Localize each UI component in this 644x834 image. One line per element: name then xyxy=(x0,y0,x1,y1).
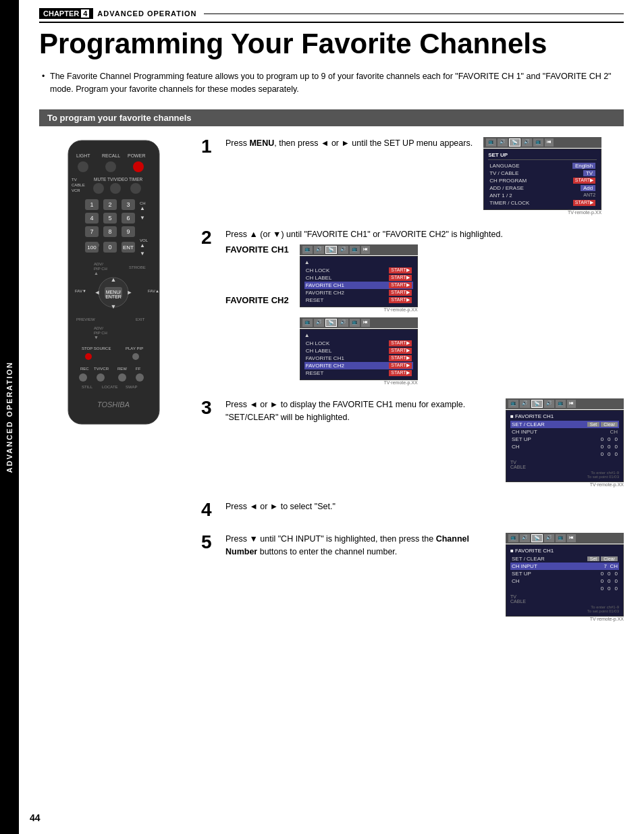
svg-text:FAV▼: FAV▼ xyxy=(75,289,86,293)
step-2-screens: 📺 🔊 📡 🔊 📺 ⏮ ▲ xyxy=(300,244,418,385)
svg-text:SWAP: SWAP xyxy=(126,385,137,389)
step-3-screen: 📺 🔊 📡 🔊 📺 ⏮ ■ FAVORITE CH1 SET / C xyxy=(506,398,624,487)
svg-text:◄: ◄ xyxy=(94,289,100,296)
svg-point-77 xyxy=(136,373,144,382)
svg-text:REW: REW xyxy=(117,367,127,371)
svg-text:POWER: POWER xyxy=(128,153,145,158)
step-1-row: Press MENU, then press ◄ or ► until the … xyxy=(225,137,624,215)
svg-text:3: 3 xyxy=(126,201,130,208)
svg-text:▼: ▼ xyxy=(94,335,99,340)
svg-text:TV/VIDEO: TV/VIDEO xyxy=(107,177,128,182)
step-4-number: 4 xyxy=(201,500,217,519)
svg-text:5: 5 xyxy=(108,215,111,221)
step-2-content: Press ▲ (or ▼) until "FAVORITE CH1" or "… xyxy=(225,228,624,386)
step-2-number: 2 xyxy=(201,228,217,247)
svg-text:2: 2 xyxy=(108,201,111,208)
step-5-screen: 📺 🔊 📡 🔊 📺 ⏮ ■ FAVORITE CH1 SET / C xyxy=(506,533,624,621)
remote-control: LIGHT RECALL POWER TV CABLE VCR MUTE TV/… xyxy=(48,137,180,429)
step-2: 2 Press ▲ (or ▼) until "FAVORITE CH1" or… xyxy=(201,228,624,386)
step-5: 5 Press ▼ until "CH INPUT" is highlighte… xyxy=(201,533,624,621)
step-5-content: Press ▼ until "CH INPUT" is highlighted,… xyxy=(225,533,624,621)
step-4-text: Press ◄ or ► to select "Set." xyxy=(225,500,624,513)
step-4-content: Press ◄ or ► to select "Set." xyxy=(225,500,624,517)
sidebar: ADVANCED OPERATION xyxy=(0,0,19,834)
step-2-labels: FAVORITE CH1 FAVORITE CH2 xyxy=(225,244,289,346)
svg-text:▲: ▲ xyxy=(110,276,116,283)
svg-point-5 xyxy=(105,161,116,172)
step-5-text: Press ▼ until "CH INPUT" is highlighted,… xyxy=(225,533,495,558)
remote-svg: LIGHT RECALL POWER TV CABLE VCR MUTE TV/… xyxy=(48,137,180,427)
svg-text:PREVIEW: PREVIEW xyxy=(76,317,95,321)
svg-text:STROBE: STROBE xyxy=(129,265,146,269)
step-5-row: Press ▼ until "CH INPUT" is highlighted,… xyxy=(225,533,624,621)
step-3-row: Press ◄ or ► to display the FAVORITE CH1… xyxy=(225,398,624,487)
svg-text:▼: ▼ xyxy=(140,251,145,257)
svg-text:REC: REC xyxy=(80,367,89,371)
svg-point-13 xyxy=(93,183,104,194)
step-1-number: 1 xyxy=(201,137,217,156)
chapter-prefix: CHAPTER 4 xyxy=(39,8,93,19)
svg-text:FAV▲: FAV▲ xyxy=(148,289,159,293)
steps-area: 1 Press MENU, then press ◄ or ► until th… xyxy=(201,137,624,635)
svg-text:FF: FF xyxy=(136,367,141,371)
chapter-header: CHAPTER 4 ADVANCED OPERATION xyxy=(39,0,624,23)
svg-text:▲: ▲ xyxy=(140,205,145,211)
svg-point-15 xyxy=(130,183,141,194)
svg-text:PLAY PIP: PLAY PIP xyxy=(126,346,143,350)
chapter-number: 4 xyxy=(81,9,89,18)
page-number: 44 xyxy=(30,812,41,823)
step-5-number: 5 xyxy=(201,533,217,552)
svg-text:▲: ▲ xyxy=(140,242,145,249)
svg-point-68 xyxy=(85,353,92,360)
svg-text:LIGHT: LIGHT xyxy=(76,153,90,158)
intro-text: The Favorite Channel Programming feature… xyxy=(39,70,624,96)
step-3-number: 3 xyxy=(201,398,217,417)
svg-text:100: 100 xyxy=(87,244,97,251)
svg-text:1: 1 xyxy=(90,201,93,208)
svg-text:4: 4 xyxy=(90,215,93,221)
step-1-content: Press MENU, then press ◄ or ► until the … xyxy=(225,137,624,215)
svg-text:TOSHIBA: TOSHIBA xyxy=(97,400,129,409)
svg-point-74 xyxy=(79,373,87,382)
svg-text:ADV/: ADV/ xyxy=(94,262,103,266)
section-header: To program your favorite channels xyxy=(39,109,624,126)
svg-text:TV/VCR: TV/VCR xyxy=(94,367,109,371)
svg-text:►: ► xyxy=(126,289,132,296)
fav-ch1-label: FAVORITE CH1 xyxy=(225,244,289,255)
svg-text:▼: ▼ xyxy=(140,215,145,221)
svg-text:CABLE: CABLE xyxy=(72,183,85,187)
svg-text:7: 7 xyxy=(90,228,93,235)
svg-point-69 xyxy=(132,353,139,360)
svg-text:ADV/: ADV/ xyxy=(94,326,103,330)
step-1: 1 Press MENU, then press ◄ or ► until th… xyxy=(201,137,624,215)
remote-area: LIGHT RECALL POWER TV CABLE VCR MUTE TV/… xyxy=(39,137,188,635)
svg-point-14 xyxy=(110,183,121,194)
svg-text:STILL: STILL xyxy=(82,385,93,389)
svg-text:▼: ▼ xyxy=(110,303,116,310)
step-2-text: Press ▲ (or ▼) until "FAVORITE CH1" or "… xyxy=(225,228,624,241)
step-3-content: Press ◄ or ► to display the FAVORITE CH1… xyxy=(225,398,624,487)
step-1-text: Press MENU, then press ◄ or ► until the … xyxy=(225,137,473,150)
svg-text:MENU/: MENU/ xyxy=(105,290,121,294)
svg-point-75 xyxy=(97,373,105,382)
content-area: LIGHT RECALL POWER TV CABLE VCR MUTE TV/… xyxy=(39,137,624,635)
svg-text:6: 6 xyxy=(126,215,130,221)
svg-text:EXIT: EXIT xyxy=(136,317,145,321)
svg-text:VCR: VCR xyxy=(72,188,80,192)
svg-text:0: 0 xyxy=(108,244,111,251)
fav-ch2-label: FAVORITE CH2 xyxy=(225,295,289,305)
step-3-text: Press ◄ or ► to display the FAVORITE CH1… xyxy=(225,398,495,424)
svg-text:MUTE: MUTE xyxy=(94,177,107,182)
svg-point-6 xyxy=(133,161,144,172)
svg-point-76 xyxy=(118,373,126,382)
svg-text:ENTER: ENTER xyxy=(105,294,122,299)
sidebar-label: ADVANCED OPERATION xyxy=(5,361,14,473)
step-4: 4 Press ◄ or ► to select "Set." xyxy=(201,500,624,519)
chapter-title: ADVANCED OPERATION xyxy=(97,9,196,18)
svg-text:TIMER: TIMER xyxy=(129,177,143,182)
svg-point-4 xyxy=(78,161,88,172)
svg-text:TV: TV xyxy=(72,178,77,182)
step-3: 3 Press ◄ or ► to display the FAVORITE C… xyxy=(201,398,624,487)
chapter-line xyxy=(204,14,624,14)
svg-text:▲: ▲ xyxy=(94,271,99,276)
